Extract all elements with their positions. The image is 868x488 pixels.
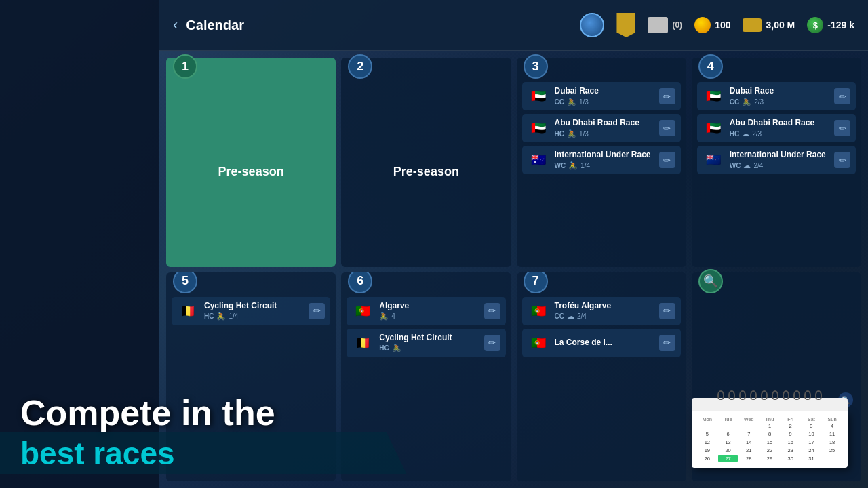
week-6-race-1-fraction: 4	[391, 312, 395, 320]
week-4-race-2[interactable]: 🇦🇪 Abu Dhabi Road Race HC ☁ 2/3 ✏	[697, 114, 856, 142]
week-5-race-1-info: Cycling Het Circuit HC 🚴 1/4	[204, 301, 303, 321]
cal-mon: Mon	[697, 417, 717, 422]
week-3-race-2-edit[interactable]: ✏	[659, 120, 675, 136]
globe-icon[interactable]	[580, 13, 604, 37]
week-6-race-1-edit[interactable]: ✏	[484, 303, 500, 319]
week-3-race-3-name: International Under Race	[555, 150, 654, 159]
week-6-races: 🇵🇹 Algarve 🚴 4 ✏ 🇧🇪 Cycling Het Circuit …	[347, 297, 505, 357]
coins-stat: 100	[694, 17, 730, 33]
week-4-race-1[interactable]: 🇦🇪 Dubai Race CC 🚴 2/3 ✏	[697, 82, 856, 110]
week-7-race-1-fraction: 2/4	[577, 312, 587, 320]
week-3-race-1-fraction: 1/3	[579, 98, 589, 106]
week-7-race-2-name: La Corse de l...	[555, 338, 654, 347]
week-6-race-2-edit[interactable]: ✏	[484, 335, 500, 351]
wallet-stat: 3,00 M	[743, 18, 795, 32]
week-4-race-3-info: International Under Race WC ☁ 2/4	[730, 150, 829, 169]
week-7-race-2-edit[interactable]: ✏	[659, 335, 675, 351]
week-3-race-2-name: Abu Dhabi Road Race	[555, 118, 654, 127]
week-5-races: 🇧🇪 Cycling Het Circuit HC 🚴 1/4 ✏	[172, 297, 330, 325]
promo-overlay: Compete in the best races	[0, 352, 407, 488]
week-3-race-1-badge: CC	[555, 98, 564, 106]
week-7-cell: 7 🇵🇹 Troféu Algarve CC ☁ 2/4 ✏ 🇵🇹 La Cor…	[517, 272, 686, 482]
week-3-race-1[interactable]: 🇦🇪 Dubai Race CC 🚴 1/3 ✏	[522, 82, 681, 110]
week-5-race-1-meta: HC 🚴 1/4	[204, 312, 303, 321]
week-4-race-3-icon: ☁	[743, 161, 751, 170]
week-3-race-2-meta: HC 🚴 1/3	[555, 129, 654, 138]
week-3-race-2[interactable]: 🇦🇪 Abu Dhabi Road Race HC 🚴 1/3 ✏	[522, 114, 681, 142]
calendar-grid-inner: Mon Tue Wed Thu Fri Sat Sun 1 2 3 4 5 6 …	[697, 417, 842, 462]
bookmark-icon[interactable]	[616, 13, 635, 37]
week-4-race-2-icon: ☁	[742, 129, 749, 138]
week-8-number: 🔍	[698, 269, 723, 293]
week-5-race-1-edit[interactable]: ✏	[309, 303, 325, 319]
week-7-race-1[interactable]: 🇵🇹 Troféu Algarve CC ☁ 2/4 ✏	[522, 297, 681, 325]
cal-day-18: 18	[822, 439, 842, 446]
week-3-race-2-info: Abu Dhabi Road Race HC 🚴 1/3	[555, 118, 654, 138]
cal-day-5: 5	[697, 430, 717, 438]
week-4-race-3-edit[interactable]: ✏	[834, 152, 850, 168]
calendar-widget: 🔍 Mon Tue Wed Thu Fri Sat	[692, 398, 848, 468]
header-icons: (0) 100 3,00 M $ -129 k	[580, 13, 854, 37]
cal-day-6: 6	[718, 430, 738, 438]
wallet-value: 3,00 M	[766, 20, 795, 30]
week-4-race-1-edit[interactable]: ✏	[834, 88, 850, 104]
week-4-race-3[interactable]: 🇳🇿 International Under Race WC ☁ 2/4 ✏	[697, 146, 856, 174]
week-6-race-2-meta: HC 🚴	[379, 344, 478, 352]
spiral-5	[761, 390, 768, 400]
uae-flag-4: 🇦🇪	[703, 117, 724, 139]
week-3-race-3[interactable]: 🇦🇺 International Under Race WC 🚴 1/4 ✏	[522, 146, 681, 174]
week-4-race-2-edit[interactable]: ✏	[834, 120, 850, 136]
week-3-race-1-edit[interactable]: ✏	[659, 88, 675, 104]
cal-day-13: 13	[718, 439, 738, 446]
week-6-race-1[interactable]: 🇵🇹 Algarve 🚴 4 ✏	[347, 297, 505, 325]
au-flag-1: 🇦🇺	[528, 149, 549, 171]
cal-day-8: 8	[760, 430, 780, 438]
cal-day-19: 19	[697, 447, 717, 454]
cal-thu: Thu	[760, 417, 780, 422]
week-7-race-1-meta: CC ☁ 2/4	[555, 312, 654, 321]
week-7-races: 🇵🇹 Troféu Algarve CC ☁ 2/4 ✏ 🇵🇹 La Corse…	[522, 297, 681, 357]
week-4-race-1-badge: CC	[730, 98, 739, 106]
cal-day-15: 15	[760, 439, 780, 446]
week-3-cell: 3 🇦🇪 Dubai Race CC 🚴 1/3 ✏ 🇦🇪	[517, 58, 686, 267]
week-7-race-2[interactable]: 🇵🇹 La Corse de l... ✏	[522, 329, 681, 357]
week-2-label: Pre-season	[347, 82, 505, 262]
week-6-race-2-info: Cycling Het Circuit HC 🚴	[379, 333, 478, 352]
week-1-label: Pre-season	[172, 82, 330, 262]
week-4-race-3-meta: WC ☁ 2/4	[730, 161, 829, 170]
cal-day-30: 30	[781, 455, 801, 462]
week-4-race-2-fraction: 2/3	[752, 130, 762, 138]
week-4-race-1-name: Dubai Race	[730, 86, 829, 96]
cal-day-e2	[718, 422, 738, 430]
week-4-race-3-fraction: 2/4	[753, 162, 763, 169]
back-button[interactable]: ‹	[173, 16, 178, 34]
cal-day-10: 10	[802, 430, 822, 438]
spiral-6	[772, 390, 778, 400]
week-4-race-2-name: Abu Dhabi Road Race	[730, 118, 829, 127]
week-7-race-1-badge: CC	[555, 312, 564, 320]
week-4-race-1-meta: CC 🚴 2/3	[730, 98, 829, 106]
week-3-race-1-meta: CC 🚴 1/3	[555, 98, 654, 106]
week-6-number: 6	[348, 272, 372, 293]
cal-day-e1	[697, 422, 717, 430]
week-7-race-1-edit[interactable]: ✏	[659, 303, 675, 319]
week-5-number: 5	[173, 272, 197, 293]
week-4-race-2-badge: HC	[730, 130, 739, 138]
cal-sat: Sat	[802, 417, 822, 422]
cal-day-7: 7	[738, 430, 759, 438]
week-2-number: 2	[348, 54, 372, 79]
cal-day-27-today: 27	[718, 455, 738, 462]
week-5-race-1-name: Cycling Het Circuit	[204, 301, 303, 310]
week-5-race-1[interactable]: 🇧🇪 Cycling Het Circuit HC 🚴 1/4 ✏	[172, 297, 330, 325]
messages-icon[interactable]	[648, 17, 668, 33]
wallet-icon	[743, 18, 762, 32]
week-7-race-2-info: La Corse de l...	[555, 338, 654, 347]
week-3-number: 3	[524, 54, 548, 79]
week-4-race-1-fraction: 2/3	[754, 98, 764, 106]
week-3-race-3-edit[interactable]: ✏	[659, 152, 675, 168]
week-7-race-1-icon: ☁	[567, 312, 574, 321]
be-flag-1: 🇧🇪	[177, 300, 199, 322]
cal-day-22: 22	[760, 447, 780, 454]
spiral-3	[739, 390, 746, 400]
week-6-race-1-meta: 🚴 4	[379, 312, 478, 321]
